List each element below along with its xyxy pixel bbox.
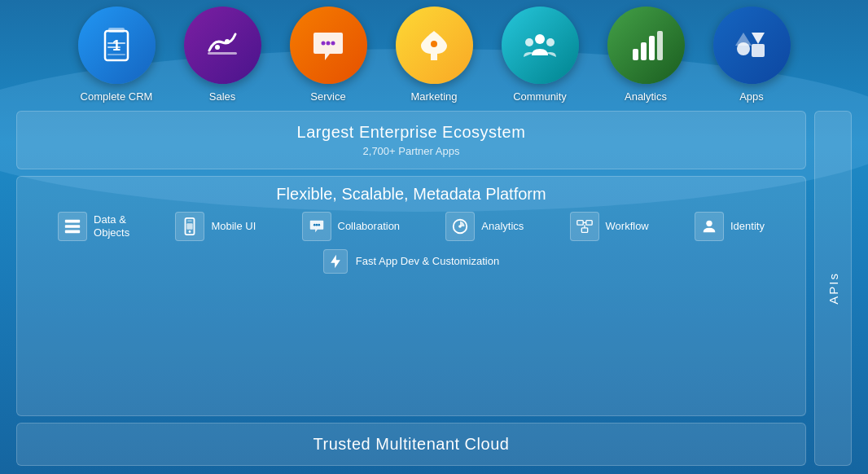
svg-rect-18 xyxy=(649,36,655,60)
icon-circle-apps xyxy=(713,7,791,84)
icon-circle-community xyxy=(502,7,579,84)
fast-app-icon-box xyxy=(323,249,348,274)
svg-rect-24 xyxy=(65,230,80,234)
community-icon xyxy=(520,26,559,65)
icon-circle-crm: 1 xyxy=(78,7,156,84)
icons-row: 1 Complete CRM Sales xyxy=(0,7,868,103)
icon-item-sales: Sales xyxy=(169,7,275,103)
icon-item-marketing: Marketing xyxy=(381,7,487,103)
svg-rect-21 xyxy=(752,44,765,57)
platform-item-mobile: Mobile UI xyxy=(175,212,256,241)
apis-label: APIs xyxy=(826,272,840,305)
mobile-icon-box xyxy=(175,212,204,241)
workflow-icon xyxy=(576,217,594,235)
icon-circle-service xyxy=(290,7,367,84)
analytics-icon xyxy=(626,26,665,65)
icon-label-marketing: Marketing xyxy=(410,90,457,103)
svg-point-9 xyxy=(322,41,326,45)
collaboration-icon xyxy=(308,217,326,235)
svg-point-28 xyxy=(189,230,191,233)
apps-icon xyxy=(732,26,771,65)
icon-circle-analytics xyxy=(607,7,685,84)
svg-rect-5 xyxy=(107,54,125,55)
svg-point-29 xyxy=(313,224,315,226)
icon-item-community: Community xyxy=(487,7,593,103)
platform-item-data: Data &Objects xyxy=(58,212,129,241)
data-icon-box xyxy=(58,212,87,241)
svg-rect-16 xyxy=(633,49,638,60)
data-objects-icon xyxy=(64,217,81,235)
svg-rect-35 xyxy=(585,221,591,226)
icon-label-service: Service xyxy=(310,90,345,103)
analytics2-icon-box xyxy=(445,212,475,241)
mobile-ui-label: Mobile UI xyxy=(211,220,256,233)
svg-point-14 xyxy=(525,38,533,46)
svg-point-10 xyxy=(327,41,331,45)
cloud-title: Trusted Multitenant Cloud xyxy=(33,435,789,454)
svg-rect-3 xyxy=(107,42,125,44)
svg-rect-34 xyxy=(576,221,582,226)
collab-icon-box xyxy=(302,212,331,241)
svg-rect-36 xyxy=(581,228,587,233)
main-content: Largest Enterprise Ecosystem 2,700+ Part… xyxy=(16,111,806,466)
svg-rect-23 xyxy=(65,225,80,228)
svg-rect-1 xyxy=(108,28,125,33)
icon-label-sales: Sales xyxy=(209,90,236,103)
svg-point-12 xyxy=(431,41,437,47)
fast-app-row: Fast App Dev & Customization xyxy=(30,249,792,274)
icon-label-analytics: Analytics xyxy=(625,90,667,103)
fast-app-label: Fast App Dev & Customization xyxy=(356,255,499,268)
svg-point-30 xyxy=(315,224,318,226)
platform-panel: Flexible, Scalable, Metadata Platform Da… xyxy=(16,176,806,416)
sales-icon xyxy=(203,26,242,65)
svg-point-31 xyxy=(318,224,320,226)
lightning-icon xyxy=(327,253,344,270)
platform-item-analytics: Analytics xyxy=(445,212,524,241)
ecosystem-panel: Largest Enterprise Ecosystem 2,700+ Part… xyxy=(16,111,806,169)
icon-label-apps: Apps xyxy=(739,90,764,103)
workflow-icon-box xyxy=(570,212,599,241)
svg-point-37 xyxy=(706,221,712,226)
main-container: 1 Complete CRM Sales xyxy=(0,0,868,474)
icon-circle-sales xyxy=(184,7,261,84)
identity-label: Identity xyxy=(730,220,765,233)
svg-point-11 xyxy=(331,41,335,45)
service-icon xyxy=(309,26,348,65)
svg-point-33 xyxy=(458,225,462,228)
data-objects-label: Data &Objects xyxy=(94,213,129,239)
apis-sidebar: APIs xyxy=(814,111,852,466)
svg-point-7 xyxy=(215,45,220,50)
platform-icons-row: Data &Objects Mobile UI xyxy=(30,212,792,241)
icon-label-crm: Complete CRM xyxy=(81,90,153,103)
platform-item-collab: Collaboration xyxy=(302,212,401,241)
crm-icon: 1 xyxy=(97,26,136,65)
svg-text:1: 1 xyxy=(112,37,121,54)
icon-item-analytics: Analytics xyxy=(593,7,699,103)
svg-point-15 xyxy=(546,38,555,46)
platform-title: Flexible, Scalable, Metadata Platform xyxy=(30,185,792,204)
svg-point-8 xyxy=(225,39,230,44)
svg-rect-19 xyxy=(657,31,663,60)
cloud-panel: Trusted Multitenant Cloud xyxy=(16,423,806,466)
mobile-ui-icon xyxy=(181,217,199,235)
ecosystem-subtitle: 2,700+ Partner Apps xyxy=(33,145,789,157)
svg-point-13 xyxy=(535,34,545,44)
platform-item-identity: Identity xyxy=(695,212,765,241)
icon-circle-marketing xyxy=(396,7,473,84)
collaboration-label: Collaboration xyxy=(338,220,401,233)
icon-label-community: Community xyxy=(513,90,567,103)
marketing-icon xyxy=(414,26,454,65)
platform-item-workflow: Workflow xyxy=(570,212,649,241)
analytics2-icon xyxy=(451,217,469,235)
svg-rect-27 xyxy=(187,223,193,229)
svg-rect-22 xyxy=(65,220,80,223)
identity-icon-box xyxy=(695,212,724,241)
icon-item-service: Service xyxy=(275,7,381,103)
analytics2-label: Analytics xyxy=(481,220,524,233)
icon-item-apps: Apps xyxy=(699,7,804,103)
icon-item-complete-crm: 1 Complete CRM xyxy=(64,7,169,103)
svg-rect-17 xyxy=(641,42,647,60)
ecosystem-title: Largest Enterprise Ecosystem xyxy=(33,123,789,142)
svg-rect-4 xyxy=(107,46,121,48)
identity-icon xyxy=(700,217,718,235)
